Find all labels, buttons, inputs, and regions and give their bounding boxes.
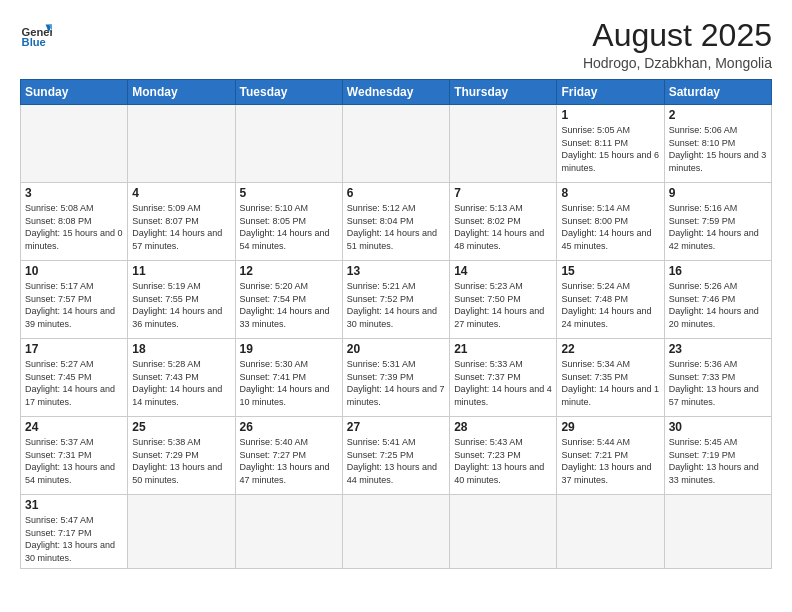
calendar-table: Sunday Monday Tuesday Wednesday Thursday… (20, 79, 772, 568)
table-row: 20Sunrise: 5:31 AM Sunset: 7:39 PM Dayli… (342, 339, 449, 417)
day-info: Sunrise: 5:28 AM Sunset: 7:43 PM Dayligh… (132, 358, 230, 408)
day-info: Sunrise: 5:17 AM Sunset: 7:57 PM Dayligh… (25, 280, 123, 330)
day-number: 31 (25, 498, 123, 512)
table-row: 31Sunrise: 5:47 AM Sunset: 7:17 PM Dayli… (21, 495, 128, 568)
day-info: Sunrise: 5:33 AM Sunset: 7:37 PM Dayligh… (454, 358, 552, 408)
table-row (450, 495, 557, 568)
day-number: 13 (347, 264, 445, 278)
day-number: 20 (347, 342, 445, 356)
table-row (128, 105, 235, 183)
table-row (235, 495, 342, 568)
day-info: Sunrise: 5:13 AM Sunset: 8:02 PM Dayligh… (454, 202, 552, 252)
day-number: 8 (561, 186, 659, 200)
table-row: 21Sunrise: 5:33 AM Sunset: 7:37 PM Dayli… (450, 339, 557, 417)
day-number: 17 (25, 342, 123, 356)
day-number: 10 (25, 264, 123, 278)
day-info: Sunrise: 5:34 AM Sunset: 7:35 PM Dayligh… (561, 358, 659, 408)
day-info: Sunrise: 5:43 AM Sunset: 7:23 PM Dayligh… (454, 436, 552, 486)
col-saturday: Saturday (664, 80, 771, 105)
day-number: 21 (454, 342, 552, 356)
table-row (342, 105, 449, 183)
table-row: 6Sunrise: 5:12 AM Sunset: 8:04 PM Daylig… (342, 183, 449, 261)
table-row (557, 495, 664, 568)
day-info: Sunrise: 5:40 AM Sunset: 7:27 PM Dayligh… (240, 436, 338, 486)
day-number: 26 (240, 420, 338, 434)
day-number: 12 (240, 264, 338, 278)
day-number: 4 (132, 186, 230, 200)
page: General Blue August 2025 Hodrogo, Dzabkh… (0, 0, 792, 612)
day-number: 30 (669, 420, 767, 434)
table-row: 7Sunrise: 5:13 AM Sunset: 8:02 PM Daylig… (450, 183, 557, 261)
day-number: 15 (561, 264, 659, 278)
day-number: 22 (561, 342, 659, 356)
calendar-header-row: Sunday Monday Tuesday Wednesday Thursday… (21, 80, 772, 105)
table-row: 9Sunrise: 5:16 AM Sunset: 7:59 PM Daylig… (664, 183, 771, 261)
col-monday: Monday (128, 80, 235, 105)
table-row: 11Sunrise: 5:19 AM Sunset: 7:55 PM Dayli… (128, 261, 235, 339)
logo: General Blue (20, 18, 52, 50)
day-info: Sunrise: 5:14 AM Sunset: 8:00 PM Dayligh… (561, 202, 659, 252)
table-row: 12Sunrise: 5:20 AM Sunset: 7:54 PM Dayli… (235, 261, 342, 339)
svg-text:Blue: Blue (22, 36, 46, 48)
table-row (342, 495, 449, 568)
table-row: 27Sunrise: 5:41 AM Sunset: 7:25 PM Dayli… (342, 417, 449, 495)
table-row: 1Sunrise: 5:05 AM Sunset: 8:11 PM Daylig… (557, 105, 664, 183)
day-number: 23 (669, 342, 767, 356)
table-row (21, 105, 128, 183)
table-row: 30Sunrise: 5:45 AM Sunset: 7:19 PM Dayli… (664, 417, 771, 495)
table-row: 29Sunrise: 5:44 AM Sunset: 7:21 PM Dayli… (557, 417, 664, 495)
table-row (450, 105, 557, 183)
table-row: 5Sunrise: 5:10 AM Sunset: 8:05 PM Daylig… (235, 183, 342, 261)
table-row: 23Sunrise: 5:36 AM Sunset: 7:33 PM Dayli… (664, 339, 771, 417)
table-row: 4Sunrise: 5:09 AM Sunset: 8:07 PM Daylig… (128, 183, 235, 261)
table-row: 16Sunrise: 5:26 AM Sunset: 7:46 PM Dayli… (664, 261, 771, 339)
day-info: Sunrise: 5:12 AM Sunset: 8:04 PM Dayligh… (347, 202, 445, 252)
day-info: Sunrise: 5:10 AM Sunset: 8:05 PM Dayligh… (240, 202, 338, 252)
day-info: Sunrise: 5:06 AM Sunset: 8:10 PM Dayligh… (669, 124, 767, 174)
day-number: 11 (132, 264, 230, 278)
table-row (128, 495, 235, 568)
day-info: Sunrise: 5:08 AM Sunset: 8:08 PM Dayligh… (25, 202, 123, 252)
day-number: 3 (25, 186, 123, 200)
day-number: 27 (347, 420, 445, 434)
col-sunday: Sunday (21, 80, 128, 105)
main-title: August 2025 (583, 18, 772, 53)
day-info: Sunrise: 5:36 AM Sunset: 7:33 PM Dayligh… (669, 358, 767, 408)
table-row: 3Sunrise: 5:08 AM Sunset: 8:08 PM Daylig… (21, 183, 128, 261)
day-info: Sunrise: 5:37 AM Sunset: 7:31 PM Dayligh… (25, 436, 123, 486)
day-info: Sunrise: 5:47 AM Sunset: 7:17 PM Dayligh… (25, 514, 123, 564)
day-info: Sunrise: 5:31 AM Sunset: 7:39 PM Dayligh… (347, 358, 445, 408)
day-info: Sunrise: 5:30 AM Sunset: 7:41 PM Dayligh… (240, 358, 338, 408)
day-number: 28 (454, 420, 552, 434)
header: General Blue August 2025 Hodrogo, Dzabkh… (20, 18, 772, 71)
table-row: 14Sunrise: 5:23 AM Sunset: 7:50 PM Dayli… (450, 261, 557, 339)
table-row: 8Sunrise: 5:14 AM Sunset: 8:00 PM Daylig… (557, 183, 664, 261)
day-number: 5 (240, 186, 338, 200)
table-row: 13Sunrise: 5:21 AM Sunset: 7:52 PM Dayli… (342, 261, 449, 339)
day-info: Sunrise: 5:41 AM Sunset: 7:25 PM Dayligh… (347, 436, 445, 486)
day-info: Sunrise: 5:27 AM Sunset: 7:45 PM Dayligh… (25, 358, 123, 408)
day-number: 29 (561, 420, 659, 434)
col-wednesday: Wednesday (342, 80, 449, 105)
day-info: Sunrise: 5:23 AM Sunset: 7:50 PM Dayligh… (454, 280, 552, 330)
day-number: 19 (240, 342, 338, 356)
table-row: 18Sunrise: 5:28 AM Sunset: 7:43 PM Dayli… (128, 339, 235, 417)
day-number: 6 (347, 186, 445, 200)
col-friday: Friday (557, 80, 664, 105)
table-row (235, 105, 342, 183)
table-row: 15Sunrise: 5:24 AM Sunset: 7:48 PM Dayli… (557, 261, 664, 339)
day-info: Sunrise: 5:09 AM Sunset: 8:07 PM Dayligh… (132, 202, 230, 252)
logo-icon: General Blue (20, 18, 52, 50)
table-row (664, 495, 771, 568)
table-row: 2Sunrise: 5:06 AM Sunset: 8:10 PM Daylig… (664, 105, 771, 183)
day-info: Sunrise: 5:16 AM Sunset: 7:59 PM Dayligh… (669, 202, 767, 252)
day-info: Sunrise: 5:26 AM Sunset: 7:46 PM Dayligh… (669, 280, 767, 330)
day-info: Sunrise: 5:44 AM Sunset: 7:21 PM Dayligh… (561, 436, 659, 486)
day-info: Sunrise: 5:20 AM Sunset: 7:54 PM Dayligh… (240, 280, 338, 330)
day-number: 16 (669, 264, 767, 278)
day-number: 7 (454, 186, 552, 200)
col-tuesday: Tuesday (235, 80, 342, 105)
table-row: 10Sunrise: 5:17 AM Sunset: 7:57 PM Dayli… (21, 261, 128, 339)
day-info: Sunrise: 5:45 AM Sunset: 7:19 PM Dayligh… (669, 436, 767, 486)
table-row: 24Sunrise: 5:37 AM Sunset: 7:31 PM Dayli… (21, 417, 128, 495)
